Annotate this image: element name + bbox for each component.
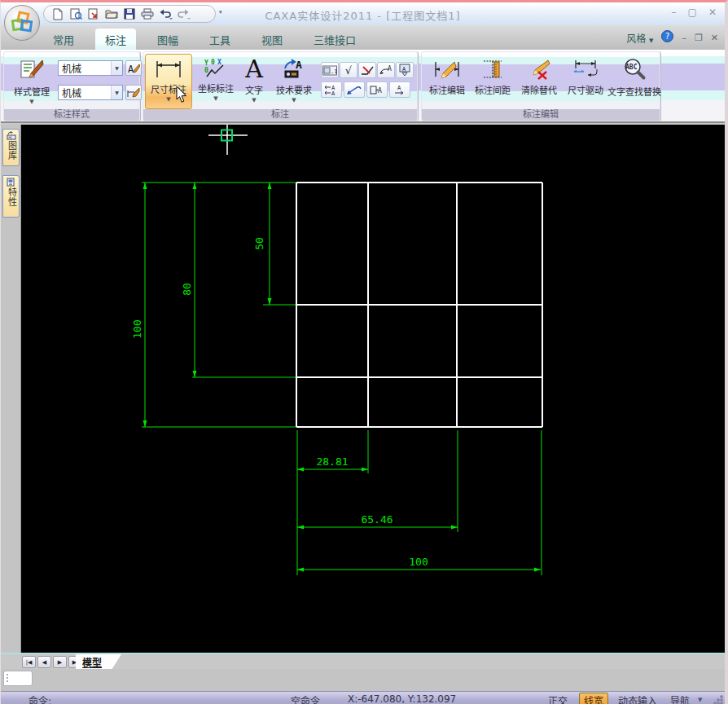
application-window: CAXA实体设计2011 - [工程图文档1] – ▢ ✕ — [0, 0, 728, 704]
svg-text:X: X — [217, 59, 221, 66]
command-prompt-label[interactable]: 命令: — [29, 693, 51, 704]
ribbon-tab-row: 常用 标注 图幅 工具 视图 三维接口 风格 ▼ ? – ❐ ✕ — [1, 25, 725, 50]
tab-gongju[interactable]: 工具 — [200, 29, 240, 50]
group-label: 标注 — [143, 107, 417, 120]
svg-text:A: A — [378, 87, 382, 95]
properties-icon — [7, 178, 16, 187]
dimension-spacing-icon — [480, 59, 505, 80]
group-annotation-style: 样式管理 ▼ 机械 ▼ A 机械 ▼ 标注样式 — [3, 51, 140, 121]
text-align-button[interactable]: A — [389, 81, 410, 98]
doc-close-button[interactable]: ✕ — [711, 33, 718, 43]
help-icon[interactable]: ? — [661, 30, 673, 45]
tab-tufu[interactable]: 图幅 — [147, 29, 188, 50]
combo-arrow-icon[interactable]: ▼ — [111, 61, 122, 75]
line-width-toggle[interactable]: 线宽 — [579, 693, 608, 704]
text-style-edit-button[interactable]: A — [125, 60, 142, 76]
dim-label-65-46: 65.46 — [361, 513, 393, 526]
dim-label-80: 80 — [181, 283, 193, 296]
dim-style-combo[interactable]: 机械 ▼ — [58, 85, 123, 100]
command-dock-area — [1, 669, 725, 691]
command-mode: 空命令 — [291, 693, 320, 704]
group-label: 标注编辑 — [422, 107, 660, 120]
cad-drawing[interactable]: 100 80 50 28.81 65.46 100 — [21, 125, 725, 653]
app-logo-icon[interactable] — [4, 5, 40, 41]
close-button[interactable]: ✕ — [708, 7, 717, 18]
part-outline — [296, 183, 542, 427]
tolerance-button[interactable]: .1 — [321, 62, 339, 78]
left-dock: 图库 特性 — [1, 125, 21, 653]
dimension-icon — [155, 59, 182, 79]
coordinate-icon: Y 0 X 0 — [204, 59, 228, 78]
roughness-button[interactable]: √ — [340, 62, 357, 78]
navigation-toggle[interactable]: 导航 — [670, 693, 690, 704]
new-document-icon[interactable] — [50, 7, 65, 21]
minimize-button[interactable]: – — [672, 7, 677, 18]
library-panel-tab[interactable]: 图库 — [2, 129, 20, 166]
dynamic-input-toggle[interactable]: 动态输入 — [618, 693, 657, 704]
group-label: 标注样式 — [4, 107, 139, 120]
chevron-down-icon: ▼ — [213, 95, 217, 102]
find-replace-icon: ABC — [621, 59, 648, 81]
dimension-drive-icon — [572, 59, 599, 80]
redo-icon[interactable] — [176, 7, 191, 21]
dimension-drive-button[interactable]: 尺寸驱动 — [564, 54, 607, 109]
print-icon[interactable] — [140, 7, 155, 21]
prev-sheet-button[interactable]: ◀ — [37, 656, 51, 668]
next-sheet-button[interactable]: ▶ — [53, 656, 67, 668]
clear-override-button[interactable]: 清除替代 — [516, 54, 562, 109]
navigation-arrow-icon[interactable]: ▼ — [698, 697, 702, 703]
model-sheet-tab[interactable]: 模型 — [76, 654, 121, 670]
tab-changyong[interactable]: 常用 — [43, 29, 84, 50]
svg-text:?: ? — [665, 32, 670, 41]
swap-text-button[interactable]: AA — [321, 81, 342, 98]
tech-requirements-icon: A — [282, 59, 306, 80]
qat-customize-icon[interactable]: ▾ — [219, 9, 222, 15]
svg-text:A: A — [331, 90, 335, 96]
doc-minimize-button[interactable]: – — [682, 33, 686, 43]
open-icon[interactable] — [104, 7, 119, 21]
find-replace-text-button[interactable]: ABC 文字查找替换 — [609, 54, 660, 109]
arrow-edit-button[interactable] — [344, 81, 365, 98]
first-sheet-button[interactable]: |◀ — [22, 656, 36, 668]
style-menu-button[interactable]: 风格 ▼ — [626, 31, 653, 45]
edit-dimension-icon — [433, 59, 461, 80]
tab-sanweijiekou[interactable]: 三维接口 — [304, 29, 366, 50]
dimension-lines — [142, 183, 542, 575]
ortho-toggle[interactable]: 正交 — [548, 693, 568, 704]
style-manager-button[interactable]: 样式管理 ▼ — [9, 54, 55, 109]
chevron-down-icon: ▼ — [166, 96, 170, 103]
command-bar-handle[interactable] — [3, 671, 33, 686]
dimension-spacing-button[interactable]: 标注间距 — [471, 54, 515, 109]
print-preview-icon[interactable] — [68, 7, 83, 21]
edit-dimension-button[interactable]: 标注编辑 — [425, 54, 469, 109]
tech-requirements-button[interactable]: A 技术要求 ▼ — [270, 54, 318, 109]
weld-symbol-button[interactable] — [358, 62, 376, 78]
box-text-button[interactable]: A — [366, 81, 388, 98]
export-icon[interactable] — [86, 7, 101, 21]
svg-text:ABC: ABC — [625, 64, 638, 71]
dim-style-edit-button[interactable] — [125, 85, 142, 100]
library-icon — [7, 131, 16, 140]
sheet-tab-bar: |◀ ◀ ▶ ▶| 模型 — [1, 653, 725, 669]
tab-biaozhu[interactable]: 标注 — [95, 29, 136, 50]
svg-text:0: 0 — [211, 59, 215, 66]
properties-panel-tab[interactable]: 特性 — [2, 175, 20, 218]
combo-arrow-icon[interactable]: ▼ — [111, 86, 122, 99]
drawing-canvas[interactable]: 图库 特性 — [1, 125, 725, 653]
svg-text:Y: Y — [204, 59, 208, 67]
status-bar: 命令: 空命令 X:-647.080, Y:132.097 正交 线宽 动态输入… — [1, 691, 725, 704]
doc-restore-button[interactable]: ❐ — [695, 33, 703, 43]
cursor-coordinates: X:-647.080, Y:132.097 — [348, 693, 456, 704]
save-icon[interactable] — [122, 7, 137, 21]
datum-button[interactable]: A — [396, 62, 414, 78]
chevron-down-icon: ▼ — [252, 97, 256, 103]
chevron-down-icon: ▼ — [292, 97, 296, 103]
tab-shitu[interactable]: 视图 — [252, 29, 292, 50]
text-button[interactable]: A 文字 ▼ — [239, 54, 269, 109]
coordinate-button[interactable]: Y 0 X 0 坐标标注 ▼ — [194, 54, 238, 109]
resize-grip[interactable] — [713, 695, 723, 704]
text-style-combo[interactable]: 机械 ▼ — [58, 60, 123, 76]
maximize-button[interactable]: ▢ — [688, 7, 697, 18]
undo-icon[interactable] — [158, 7, 173, 21]
leader-text-button[interactable]: A — [377, 62, 395, 78]
